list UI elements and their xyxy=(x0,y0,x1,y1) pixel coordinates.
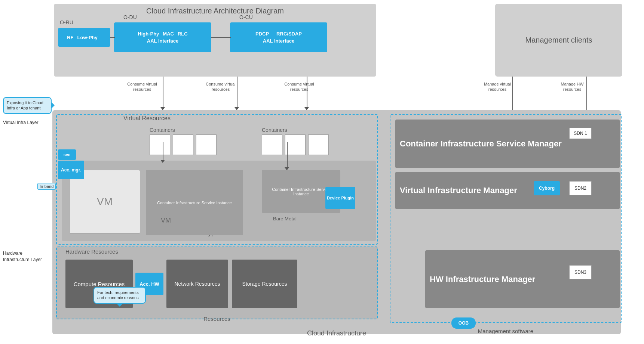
high-phy-label: High-Phy xyxy=(138,31,159,37)
rrc-label: RRC/SDAP xyxy=(276,31,302,37)
virtual-infra-layer-label: Virtual Infra Layer xyxy=(3,120,44,126)
network-resources-box: Network Resources xyxy=(166,260,228,308)
odu-ocu-connector xyxy=(211,37,231,38)
sdn1-label: SDN 1 xyxy=(574,131,587,136)
mgmt-clients-box: Management clients xyxy=(495,4,622,77)
ocu-box: PDCP RRC/SDAP AAL Interface xyxy=(230,22,327,52)
containers-label-2: Containers xyxy=(262,127,287,133)
sdn1-box: SDN 1 xyxy=(569,128,592,139)
consume-virtual-1-head xyxy=(160,107,165,110)
svc-connector-line xyxy=(163,142,163,161)
sdn2-box: SDN2 xyxy=(569,181,592,195)
containers-area-1: Containers xyxy=(150,127,175,133)
bare-metal-label: Bare Metal xyxy=(273,216,297,221)
cismanager-label: Container Infrastructure Service Manager xyxy=(400,139,615,149)
low-phy-label: Low-Phy xyxy=(77,35,98,40)
ocu-label: O-CU xyxy=(239,14,253,20)
container-box-1c xyxy=(196,134,217,155)
containers-arrow-2-line xyxy=(287,142,288,168)
pdcp-label: PDCP xyxy=(255,31,269,37)
container-box-1a xyxy=(150,134,170,155)
container-infra-svc-manager-box: Container Infrastructure Service Manager… xyxy=(395,120,620,168)
sdn3-box: SDN3 xyxy=(569,265,592,279)
oob-box: OOB xyxy=(451,317,476,329)
acc-mgr-label-1: Acc. mgr. xyxy=(61,167,81,173)
rlc-label: RLC xyxy=(178,31,188,37)
acc-hw-label: Acc. HW xyxy=(139,281,159,287)
device-plugin-label: Device Plugin xyxy=(327,196,354,200)
for-tech-bubble-text: For tech. requirements and economic reas… xyxy=(97,290,139,300)
for-tech-bubble: For tech. requirements and economic reas… xyxy=(93,287,146,304)
rf-label: RF xyxy=(67,35,73,40)
odu-label: O-DU xyxy=(123,14,137,20)
container-box-1b xyxy=(173,134,193,155)
vm2-label: VM xyxy=(161,217,171,224)
compute-resources-label: Compute Resources xyxy=(74,281,125,287)
virtual-resources-title: Virtual Resources xyxy=(123,115,171,122)
odu-box: High-Phy MAC RLC AAL Interface xyxy=(114,22,211,52)
acc-mgr-box-1: Acc. mgr. xyxy=(58,161,84,179)
oru-label: O-RU xyxy=(60,19,73,25)
container-box-2c xyxy=(308,134,329,155)
oru-odu-connector xyxy=(110,37,115,38)
manage-virtual-text: Manage virtual resources xyxy=(482,81,512,92)
consume-virtual-2-head xyxy=(234,107,239,110)
inband-label: In-band xyxy=(37,183,56,190)
mac-label: MAC xyxy=(163,31,174,37)
consume-virtual-2-line xyxy=(237,77,237,108)
cyborg-label: Cyborg xyxy=(539,186,555,191)
device-plugin-box: Device Plugin xyxy=(325,187,355,209)
exposing-bubble-text: Exposing it to Cloud Infra or App tenant xyxy=(7,100,43,110)
consume-virtual-3-head xyxy=(304,107,309,110)
ocu-aal-label: AAL Interface xyxy=(263,38,294,44)
manage-hw-text: Manage HW resources xyxy=(557,81,587,92)
sdn3-label: SDN3 xyxy=(574,270,586,275)
network-resources-label: Network Resources xyxy=(174,281,220,287)
container-box-2b xyxy=(285,134,306,155)
consume-virtual-1-text: Consume virtual resources xyxy=(127,81,157,92)
mgmt-clients-label: Management clients xyxy=(525,36,592,44)
resources-label: Resources xyxy=(56,316,378,322)
virtual-infra-manager-box: Virtual Infrastructure Manager Cyborg SD… xyxy=(395,172,620,209)
mgmt-software-label: Management software xyxy=(390,328,622,334)
hw-infra-layer-label: Hardware Infrastructure Layer xyxy=(3,250,44,263)
cis-instance-1-label: Container Infrastructure Service Instanc… xyxy=(157,201,232,205)
exposing-bubble: Exposing it to Cloud Infra or App tenant xyxy=(3,97,52,114)
hw-infra-manager-box: HW Infrastructure Manager SDN3 xyxy=(425,250,620,308)
cyborg-box: Cyborg xyxy=(534,181,560,195)
network-functions-title: Cloud Infrastructure Architecture Diagra… xyxy=(54,7,376,15)
svc-label-1: svc xyxy=(64,152,70,157)
odu-aal-label: AAL Interface xyxy=(147,38,178,44)
svc-box-1: svc xyxy=(58,149,76,160)
svc-connector-head xyxy=(160,160,165,163)
storage-resources-box: Storage Resources xyxy=(232,260,297,308)
consume-virtual-3-text: Consume virtual resources xyxy=(284,81,314,92)
containers-arrow-2-head xyxy=(285,167,289,170)
container-infra-instance-1: Container Infrastructure Service Instanc… xyxy=(146,170,243,235)
main-diagram: Cloud Infrastructure Architecture Diagra… xyxy=(0,0,644,344)
container-box-2a xyxy=(262,134,282,155)
oru-box: RF Low-Phy xyxy=(58,28,110,47)
oob-label: OOB xyxy=(459,320,469,326)
storage-resources-label: Storage Resources xyxy=(242,281,287,287)
vm-box: VM xyxy=(69,170,140,233)
consume-virtual-2-text: Consume virtual resources xyxy=(206,81,236,92)
hw-resources-title: Hardware Resources xyxy=(65,248,118,255)
sdn2-label: SDN2 xyxy=(574,186,586,191)
vm-label: VM xyxy=(97,196,113,208)
consume-virtual-1-line xyxy=(163,77,163,108)
consume-virtual-3-line xyxy=(307,77,307,108)
